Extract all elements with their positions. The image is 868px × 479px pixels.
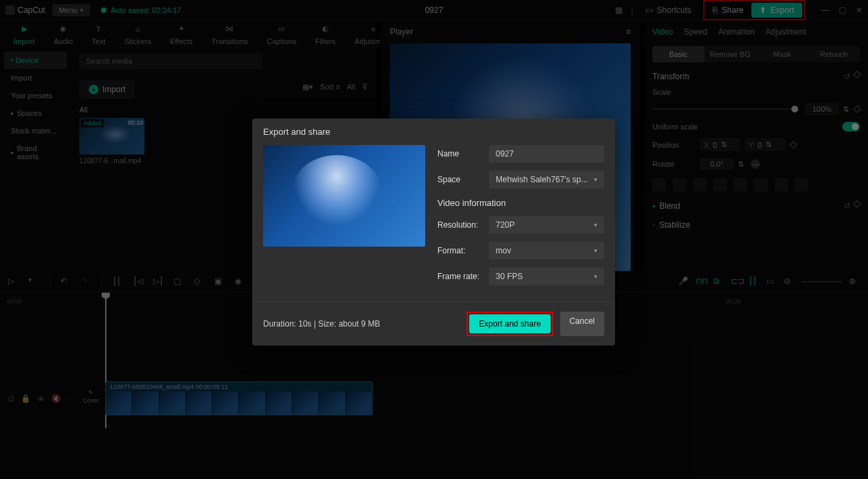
tab-audio[interactable]: ◉Audio xyxy=(44,21,82,47)
tab-transitions[interactable]: ⋈Transitions xyxy=(202,21,257,47)
lock2-icon[interactable]: 🔒 xyxy=(21,394,31,403)
framerate-select[interactable]: 30 FPS▾ xyxy=(489,268,604,285)
eye-icon[interactable]: 👁 xyxy=(37,395,45,403)
align-distribute-icon[interactable] xyxy=(774,178,788,192)
name-input[interactable] xyxy=(489,145,604,163)
prop-tab-animation[interactable]: Animation xyxy=(718,27,754,37)
subtab-basic[interactable]: Basic xyxy=(652,46,705,62)
zoom-out-icon[interactable]: ⊖ xyxy=(784,276,795,287)
position-y-input[interactable]: Y0⇅ xyxy=(745,138,785,151)
rotate-dial-icon[interactable]: — xyxy=(751,159,760,169)
prop-tab-speed[interactable]: Speed xyxy=(684,27,707,37)
tab-stickers[interactable]: ☺Stickers xyxy=(115,21,161,47)
link-icon[interactable]: ⧉ xyxy=(713,276,724,287)
pointer-icon[interactable]: ▷ xyxy=(8,276,19,287)
export-modal: Export and share Name SpaceMehwish Saleh… xyxy=(252,119,615,346)
trim-left-icon[interactable]: ⎮◁ xyxy=(133,276,144,287)
snap-icon[interactable]: ⊏⊐ xyxy=(731,276,742,287)
tab-effects[interactable]: ✦Effects xyxy=(161,21,202,47)
split-icon[interactable]: ⎮⎮ xyxy=(113,276,123,287)
prop-tab-video[interactable]: Video xyxy=(652,27,673,37)
preview-icon[interactable]: ⎮⎮ xyxy=(749,276,760,287)
align-right-icon[interactable] xyxy=(693,178,707,192)
rotate-value[interactable]: 0.0° xyxy=(700,158,734,170)
monitor-icon[interactable]: ▭ xyxy=(766,276,777,287)
redo-icon[interactable]: ↷ xyxy=(81,276,92,287)
keyframe-icon[interactable] xyxy=(853,70,861,78)
view-grid-icon[interactable]: ▦▾ xyxy=(302,83,313,91)
blend-reset-icon[interactable]: ↺ xyxy=(844,201,850,211)
lock-icon[interactable]: ⊡ xyxy=(8,394,14,403)
filter-icon[interactable]: ⊽ xyxy=(362,83,368,91)
app-logo: CapCut xyxy=(5,5,45,15)
tab-import[interactable]: ▶Import xyxy=(4,21,44,47)
reverse-icon[interactable]: ◉ xyxy=(235,276,245,287)
sidebar-item-brand[interactable]: ▸Brand assets xyxy=(4,140,67,165)
resolution-label: Resolution: xyxy=(437,220,489,230)
rotate-label: Rotate xyxy=(652,160,700,168)
undo-icon[interactable]: ↶ xyxy=(60,276,71,287)
sidebar-item-presets[interactable]: Your presets xyxy=(4,87,67,104)
filter-all-button[interactable]: All xyxy=(347,83,355,91)
timeline-clip[interactable]: 110877-689510466_small.mp4 00:00:09:11 xyxy=(105,381,373,415)
align-distribute2-icon[interactable] xyxy=(795,178,808,192)
position-x-input[interactable]: X0⇅ xyxy=(700,138,741,151)
zoom-in-icon[interactable]: ⊕ xyxy=(849,276,860,287)
transform-heading: Transform xyxy=(652,72,689,81)
player-menu-icon[interactable]: ≡ xyxy=(626,27,631,37)
more-icon[interactable]: ⋯ xyxy=(68,394,75,403)
fullscreen-icon[interactable]: ⛶ xyxy=(617,256,627,267)
cover-button[interactable]: ✎Cover xyxy=(83,389,99,404)
export-and-share-button[interactable]: Export and share xyxy=(469,314,550,333)
align-center-h-icon[interactable] xyxy=(673,178,686,192)
space-select[interactable]: Mehwish Saleh767's sp...▾ xyxy=(489,171,604,188)
sidebar-item-stock[interactable]: Stock mater... xyxy=(4,122,67,140)
import-button[interactable]: +Import xyxy=(79,80,135,99)
mute-icon[interactable]: 🔇 xyxy=(52,394,61,403)
duplicate-icon[interactable]: ▣ xyxy=(214,276,225,287)
sidebar-item-device[interactable]: •Device xyxy=(4,51,67,69)
layout-icon[interactable]: ▦ xyxy=(613,5,624,16)
zoom-slider[interactable] xyxy=(802,281,842,283)
export-button[interactable]: ⬆ Export xyxy=(751,3,802,18)
tab-captions[interactable]: ▭Captions xyxy=(257,21,305,47)
reset-icon[interactable]: ↺ xyxy=(844,72,850,81)
position-keyframe-icon[interactable] xyxy=(789,141,797,148)
pointer-dropdown-icon[interactable]: ▾ xyxy=(28,276,39,287)
sort-button[interactable]: Sort ≡ xyxy=(320,83,340,91)
delete-icon[interactable]: ▢ xyxy=(174,276,184,287)
sidebar-item-import[interactable]: Import xyxy=(4,69,67,87)
scale-slider[interactable] xyxy=(652,108,798,110)
scale-value[interactable]: 100% xyxy=(805,103,839,115)
trim-right-icon[interactable]: ▷⎮ xyxy=(153,276,164,287)
prop-tab-adjustment[interactable]: Adjustment xyxy=(766,27,806,37)
subtab-retouch[interactable]: Retouch xyxy=(808,46,861,62)
tab-text[interactable]: TText xyxy=(82,21,115,47)
maximize-icon[interactable]: ▢ xyxy=(839,5,846,15)
subtab-mask[interactable]: Mask xyxy=(756,46,808,62)
menu-button[interactable]: Menu▾ xyxy=(52,4,91,16)
search-input[interactable] xyxy=(79,53,262,69)
align-top-icon[interactable] xyxy=(713,178,727,192)
sidebar-item-spaces[interactable]: ▸Spaces xyxy=(4,104,67,122)
blend-keyframe-icon[interactable] xyxy=(853,200,861,207)
cancel-button[interactable]: Cancel xyxy=(560,312,604,336)
close-icon[interactable]: ✕ xyxy=(856,5,863,15)
format-select[interactable]: mov▾ xyxy=(489,242,604,259)
export-info: Duration: 10s | Size: about 9 MB xyxy=(263,319,380,329)
minimize-icon[interactable]: — xyxy=(821,5,829,15)
uniform-toggle[interactable] xyxy=(842,122,860,131)
media-thumbnail[interactable]: Added00:10 110877-6...mall.mp4 xyxy=(79,118,144,165)
align-center-v-icon[interactable] xyxy=(734,178,747,192)
align-bottom-icon[interactable] xyxy=(754,178,768,192)
scale-keyframe-icon[interactable] xyxy=(853,105,861,112)
share-button[interactable]: ⎘ Share xyxy=(706,3,750,18)
mic-icon[interactable]: 🎤 xyxy=(678,276,689,287)
resolution-select[interactable]: 720P▾ xyxy=(489,216,604,234)
tab-filters[interactable]: ◐Filters xyxy=(306,21,345,47)
crop-icon[interactable]: ◇ xyxy=(194,276,205,287)
magnet-icon[interactable]: ⊓⊓ xyxy=(696,276,707,287)
shortcuts-button[interactable]: ▭ Shortcuts xyxy=(640,3,697,18)
align-left-icon[interactable] xyxy=(652,178,666,192)
subtab-removebg[interactable]: Remove BG xyxy=(705,46,757,62)
